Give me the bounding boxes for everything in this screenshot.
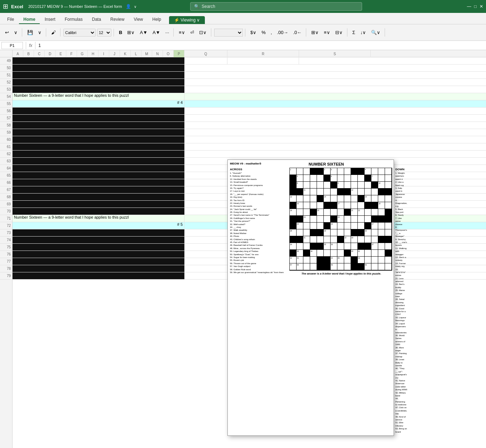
grid-cell[interactable]: [184, 115, 486, 121]
align-button[interactable]: ≡∨: [177, 28, 187, 37]
svg-rect-43: [371, 182, 378, 188]
down-clue-3: 3. Kelp used in Japanese cuisine: [395, 187, 407, 199]
svg-rect-163: [371, 236, 378, 243]
minimize-icon[interactable]: —: [467, 4, 471, 9]
format-painter-button[interactable]: 🖌: [49, 28, 58, 37]
col-Q: Q: [184, 50, 227, 57]
fill-button[interactable]: ↓∨: [358, 28, 369, 37]
svg-text:34: 34: [290, 244, 292, 246]
format-table-button[interactable]: ⊞∨: [309, 28, 321, 37]
tab-view[interactable]: View: [129, 15, 147, 24]
svg-text:21: 21: [351, 210, 353, 211]
merge-button[interactable]: ⊡∨: [197, 28, 209, 37]
comma-button[interactable]: ,: [269, 28, 274, 37]
grid-cell[interactable]: [184, 143, 486, 150]
svg-rect-51: [324, 189, 330, 195]
wrap-button[interactable]: ⏎: [188, 28, 196, 37]
grid-cell[interactable]: [184, 86, 486, 93]
cond-format-button[interactable]: ⊟∨: [333, 28, 345, 37]
dec-inc-button[interactable]: .00→: [275, 28, 290, 37]
cell-reference-input[interactable]: [1, 42, 23, 49]
clue-26: 26. Gung-ho about: [230, 211, 287, 214]
app-grid-icon[interactable]: ⊞: [3, 3, 8, 10]
font-color-button[interactable]: A▼: [150, 28, 163, 37]
font-size-select[interactable]: 12: [97, 29, 111, 37]
row-num-77: 77: [0, 258, 12, 265]
tab-home[interactable]: Home: [19, 15, 39, 24]
svg-rect-90: [385, 202, 391, 209]
dec-dec-button[interactable]: .0←: [291, 28, 304, 37]
svg-rect-135: [385, 223, 391, 229]
black-image-cell: [13, 158, 184, 165]
svg-rect-45: [385, 182, 391, 188]
black-image-cell: [13, 136, 184, 143]
tab-review[interactable]: Review: [106, 15, 129, 24]
cell-text-54[interactable]: Number Sixteen — a 9-letter word that I …: [13, 93, 184, 100]
col-B: B: [23, 50, 34, 57]
save-dropdown[interactable]: ∨: [36, 28, 44, 37]
maximize-icon[interactable]: □: [474, 4, 477, 9]
down-clue-53: 53. Bring on board: [395, 427, 407, 433]
tab-help[interactable]: Help: [148, 15, 165, 24]
table-row: [13, 115, 486, 122]
save-button[interactable]: 💾: [25, 28, 35, 37]
grid-cell[interactable]: [184, 72, 486, 78]
tab-data[interactable]: Data: [88, 15, 105, 24]
bold-button[interactable]: B: [117, 28, 124, 37]
down-clue-25: 25. Maine college town: [395, 289, 407, 298]
grid-cell[interactable]: [184, 136, 486, 143]
undo-button[interactable]: ↩: [3, 28, 11, 37]
svg-text:49: 49: [331, 264, 333, 266]
svg-rect-39: [344, 182, 351, 188]
cell-text-71[interactable]: Number Sixteen — a 9-letter word that I …: [13, 215, 184, 222]
fx-label: fx: [29, 43, 32, 48]
grid-cell[interactable]: [227, 57, 299, 64]
svg-rect-2: [297, 168, 303, 175]
formula-input[interactable]: [38, 42, 485, 49]
undo-dropdown[interactable]: ∨: [12, 28, 20, 37]
currency-button[interactable]: $∨: [248, 28, 259, 37]
dropdown-arrow-icon[interactable]: ∨: [134, 5, 136, 9]
grid-cell[interactable]: [184, 151, 486, 157]
fill-color-button[interactable]: A▼: [138, 28, 150, 37]
border-button[interactable]: ⊞∨: [125, 28, 137, 37]
clue-20: 20. Tax form ID: [230, 199, 287, 202]
clue-55: 55. Rosie's job: [230, 259, 287, 262]
svg-text:15: 15: [365, 196, 367, 198]
viewing-button[interactable]: ⚡ Viewing ∨: [169, 16, 205, 24]
black-image-cell: [13, 258, 184, 265]
tab-formulas[interactable]: Formulas: [61, 15, 87, 24]
grid-cell[interactable]: [184, 79, 486, 86]
svg-rect-49: [310, 189, 317, 195]
close-icon[interactable]: ✕: [480, 4, 483, 9]
grid-cell[interactable]: [184, 93, 486, 100]
puzzle-number-4: # 4: [177, 100, 183, 105]
down-clue-14: 14. Former treaty org.: [395, 262, 407, 268]
grid-cell[interactable]: [184, 108, 486, 114]
grid-cell[interactable]: [184, 65, 486, 71]
grid-cell[interactable]: [299, 57, 371, 64]
percent-button[interactable]: %: [259, 28, 268, 37]
number-format-select[interactable]: [214, 29, 243, 37]
grid-cell[interactable]: [184, 100, 486, 107]
tab-insert[interactable]: Insert: [40, 15, 60, 24]
grid-cell[interactable]: [184, 57, 227, 64]
sum-button[interactable]: Σ: [350, 28, 357, 37]
find-button[interactable]: 🔍∨: [369, 28, 382, 37]
down-clue-2: 2. Like a fixed rug: [395, 181, 407, 187]
tab-file[interactable]: File: [3, 15, 18, 24]
more-font-button[interactable]: ···: [163, 28, 171, 37]
svg-rect-92: [297, 209, 303, 215]
svg-rect-186: [324, 250, 330, 256]
col-E: E: [56, 50, 66, 57]
search-box[interactable]: 🔍 Search: [190, 2, 362, 11]
cell-num-55[interactable]: # 4: [13, 100, 184, 107]
cell-num-72[interactable]: # 5: [13, 222, 184, 229]
grid-cell[interactable]: [184, 129, 486, 136]
row-num-65: 65: [0, 172, 12, 179]
row-num-79: 79: [0, 272, 12, 280]
cell-styles-button[interactable]: ≡∨: [322, 28, 332, 37]
font-name-select[interactable]: Calibri: [63, 29, 96, 37]
down-clue-36: 36. More eager: [395, 346, 407, 352]
grid-cell[interactable]: [184, 122, 486, 129]
